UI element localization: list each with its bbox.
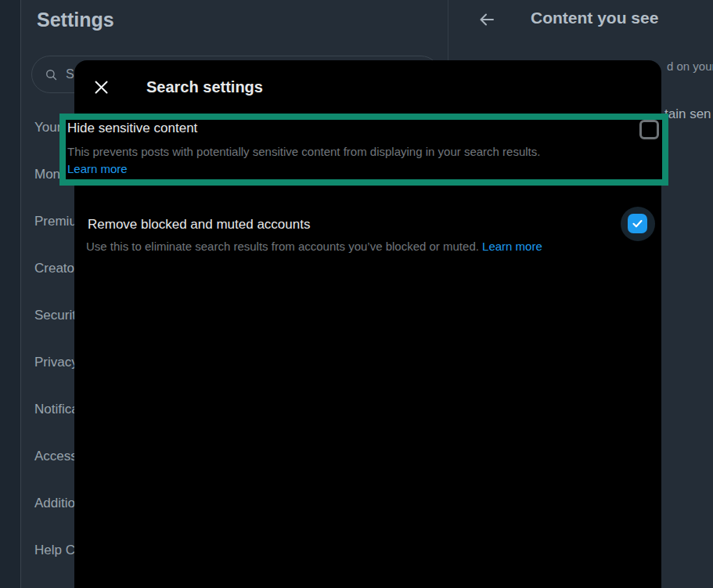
left-rail xyxy=(0,0,20,588)
check-icon xyxy=(632,218,643,229)
content-panel-title: Content you see xyxy=(531,9,658,27)
screen: Settings Search Your account Monetizatio… xyxy=(0,0,713,588)
hide-sensitive-checkbox[interactable] xyxy=(639,120,659,139)
learn-more-link[interactable]: Learn more xyxy=(482,240,542,253)
content-text-fragment: tain sen xyxy=(664,106,711,122)
setting-label-hide-sensitive: Hide sensitive content xyxy=(67,121,197,136)
setting-description-hide-sensitive: This prevents posts with potentially sen… xyxy=(67,145,540,158)
remove-blocked-checkbox[interactable] xyxy=(628,214,647,233)
search-icon xyxy=(45,69,57,81)
setting-description-remove-blocked: Use this to eliminate search results fro… xyxy=(86,240,542,253)
back-arrow-icon xyxy=(478,11,495,28)
close-icon xyxy=(94,80,109,95)
highlight-annotation: Hide sensitive content This prevents pos… xyxy=(59,114,668,186)
modal-title: Search settings xyxy=(146,78,263,96)
close-button[interactable] xyxy=(88,74,114,100)
settings-page-title: Settings xyxy=(37,9,114,31)
learn-more-link[interactable]: Learn more xyxy=(67,162,128,175)
column-divider xyxy=(20,0,21,588)
back-button[interactable] xyxy=(476,9,498,31)
content-text-fragment: d on your xyxy=(667,60,713,73)
setting-label-remove-blocked: Remove blocked and muted accounts xyxy=(88,217,310,233)
